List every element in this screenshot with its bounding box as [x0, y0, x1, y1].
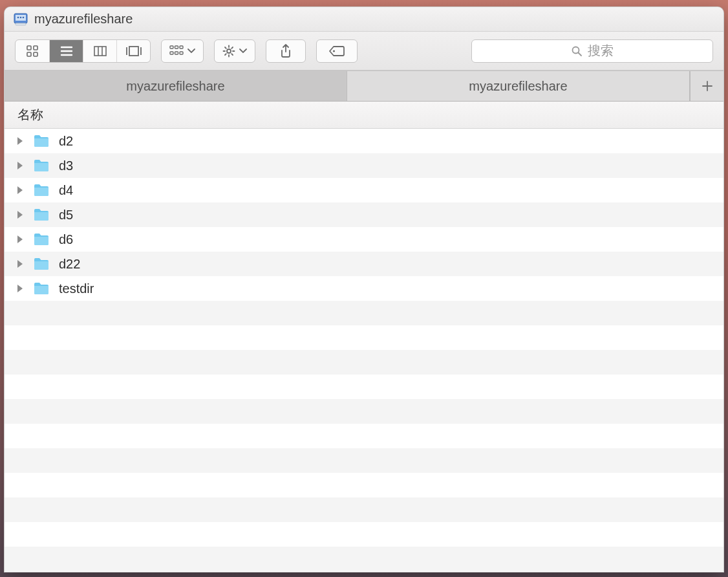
empty-row — [5, 325, 723, 350]
svg-point-25 — [227, 49, 231, 53]
table-row[interactable]: d2 — [5, 129, 723, 153]
titlebar: myazurefileshare — [5, 7, 723, 32]
search-icon — [571, 45, 583, 57]
view-column-button[interactable] — [83, 40, 116, 62]
item-name: d5 — [59, 208, 73, 223]
empty-row — [5, 350, 723, 375]
svg-rect-17 — [129, 47, 138, 56]
table-row[interactable]: d22 — [5, 252, 723, 276]
folder-icon — [33, 257, 50, 271]
columns-icon — [93, 45, 107, 58]
search-field[interactable]: 搜索 — [471, 39, 713, 63]
empty-row — [5, 571, 723, 572]
svg-rect-13 — [94, 47, 106, 56]
item-name: testdir — [59, 281, 94, 296]
folder-icon — [33, 183, 50, 197]
new-tab-button[interactable] — [690, 71, 723, 101]
svg-line-31 — [231, 54, 233, 55]
chevron-down-icon — [187, 49, 195, 54]
empty-row — [5, 399, 723, 424]
plus-icon — [701, 80, 713, 92]
item-name: d4 — [59, 183, 73, 198]
finder-window: myazurefileshare — [4, 6, 724, 572]
svg-rect-20 — [175, 46, 178, 49]
tab-0[interactable]: myazurefileshare — [5, 71, 347, 101]
disclosure-triangle-icon[interactable] — [16, 161, 24, 170]
table-row[interactable]: d3 — [5, 153, 723, 178]
svg-rect-9 — [34, 52, 37, 56]
arrange-button[interactable] — [161, 39, 204, 63]
gear-icon — [222, 45, 235, 58]
svg-point-34 — [333, 50, 335, 52]
table-row[interactable]: d6 — [5, 227, 723, 252]
view-gallery-button[interactable] — [116, 40, 150, 62]
svg-line-33 — [231, 47, 233, 49]
tab-bar: myazurefileshare myazurefileshare — [5, 71, 723, 102]
tags-button[interactable] — [316, 39, 358, 63]
view-list-button[interactable] — [49, 40, 83, 62]
folder-icon — [33, 158, 50, 173]
folder-icon — [33, 281, 50, 296]
file-list[interactable]: d2d3d4d5d6d22testdir — [5, 129, 723, 572]
toolbar: 搜索 — [5, 32, 723, 71]
arrange-icon — [169, 45, 184, 57]
share-icon — [280, 44, 292, 58]
tag-icon — [328, 45, 345, 57]
empty-row — [5, 522, 723, 547]
tab-label: myazurefileshare — [126, 79, 224, 94]
disclosure-triangle-icon[interactable] — [16, 186, 24, 195]
svg-rect-22 — [170, 52, 173, 54]
svg-point-2 — [17, 16, 19, 18]
chevron-down-icon — [239, 49, 247, 54]
window-title: myazurefileshare — [34, 12, 133, 27]
table-row[interactable]: d4 — [5, 178, 723, 202]
disclosure-triangle-icon[interactable] — [16, 284, 24, 293]
disclosure-triangle-icon[interactable] — [16, 259, 24, 268]
empty-row — [5, 424, 723, 448]
folder-icon — [33, 134, 50, 148]
disclosure-triangle-icon[interactable] — [16, 235, 24, 244]
svg-rect-6 — [27, 46, 31, 50]
svg-rect-21 — [180, 46, 183, 49]
empty-row — [5, 547, 723, 571]
svg-line-36 — [579, 52, 582, 56]
tab-label: myazurefileshare — [469, 79, 567, 94]
gallery-icon — [125, 45, 142, 58]
empty-row — [5, 497, 723, 522]
grid-icon — [26, 45, 39, 58]
svg-point-4 — [23, 16, 25, 18]
disclosure-triangle-icon[interactable] — [16, 210, 24, 219]
empty-row — [5, 473, 723, 497]
disclosure-triangle-icon[interactable] — [16, 136, 24, 146]
item-name: d2 — [59, 134, 73, 149]
table-row[interactable]: d5 — [5, 202, 723, 227]
item-name: d22 — [59, 257, 80, 272]
view-icon-button[interactable] — [16, 40, 49, 62]
table-row[interactable]: testdir — [5, 276, 723, 301]
name-column-header[interactable]: 名称 — [17, 106, 43, 124]
network-share-icon — [14, 12, 28, 27]
folder-icon — [33, 208, 50, 222]
svg-rect-19 — [170, 46, 173, 49]
item-name: d6 — [59, 232, 73, 247]
search-placeholder: 搜索 — [588, 42, 614, 60]
empty-row — [5, 448, 723, 473]
svg-line-30 — [225, 47, 226, 49]
svg-rect-8 — [27, 52, 31, 56]
tab-1[interactable]: myazurefileshare — [347, 71, 690, 101]
svg-rect-5 — [16, 23, 26, 25]
empty-row — [5, 375, 723, 399]
item-name: d3 — [59, 158, 73, 173]
list-icon — [59, 45, 74, 58]
empty-row — [5, 301, 723, 325]
svg-rect-24 — [180, 52, 183, 54]
column-header-row: 名称 — [5, 102, 723, 129]
folder-icon — [33, 232, 50, 246]
svg-rect-23 — [175, 52, 178, 54]
svg-point-3 — [20, 16, 22, 18]
share-button[interactable] — [266, 39, 306, 63]
view-mode-segmented — [15, 39, 151, 63]
svg-rect-7 — [34, 46, 37, 50]
svg-line-32 — [225, 54, 226, 55]
action-button[interactable] — [214, 39, 255, 63]
